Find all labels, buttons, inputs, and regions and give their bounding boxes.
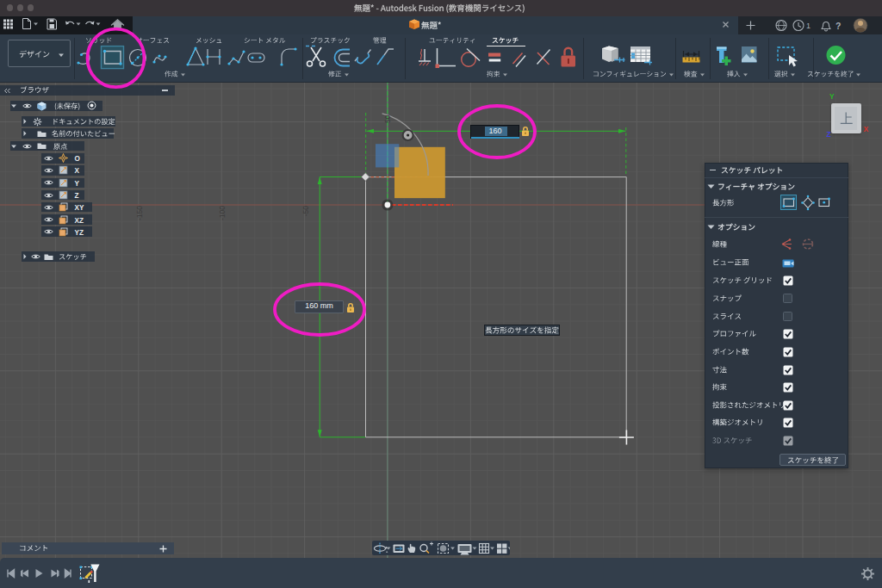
- svg-text:-50: -50: [301, 206, 310, 217]
- svg-text:50: 50: [383, 115, 392, 123]
- svg-text:1: 1: [806, 22, 811, 30]
- svg-text:?: ?: [835, 21, 841, 31]
